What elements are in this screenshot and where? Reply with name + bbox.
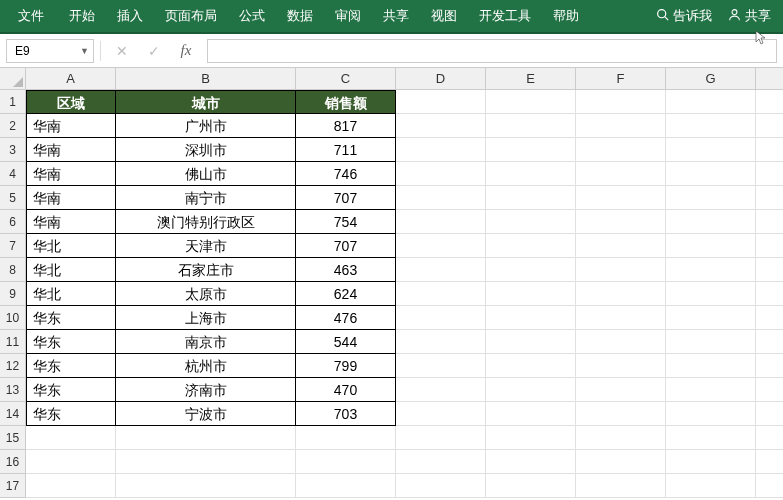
cell-C2[interactable]: 817 (296, 114, 396, 138)
cell-F3[interactable] (576, 138, 666, 162)
formula-input[interactable] (207, 39, 777, 63)
cell-F4[interactable] (576, 162, 666, 186)
cell-E6[interactable] (486, 210, 576, 234)
cell-C8[interactable]: 463 (296, 258, 396, 282)
cell-D9[interactable] (396, 282, 486, 306)
cell-B12[interactable]: 杭州市 (116, 354, 296, 378)
cell-C16[interactable] (296, 450, 396, 474)
cell-C3[interactable]: 711 (296, 138, 396, 162)
cell-rest-7[interactable] (756, 234, 783, 258)
cell-E4[interactable] (486, 162, 576, 186)
cell-A9[interactable]: 华北 (26, 282, 116, 306)
cell-rest-10[interactable] (756, 306, 783, 330)
cell-F7[interactable] (576, 234, 666, 258)
cell-rest-1[interactable] (756, 90, 783, 114)
share-button[interactable]: 共享 (720, 0, 779, 32)
cell-G13[interactable] (666, 378, 756, 402)
cell-rest-6[interactable] (756, 210, 783, 234)
cell-B4[interactable]: 佛山市 (116, 162, 296, 186)
row-header-13[interactable]: 13 (0, 378, 26, 402)
cell-B9[interactable]: 太原市 (116, 282, 296, 306)
cell-E9[interactable] (486, 282, 576, 306)
cell-G5[interactable] (666, 186, 756, 210)
row-header-16[interactable]: 16 (0, 450, 26, 474)
cell-E17[interactable] (486, 474, 576, 498)
cell-G1[interactable] (666, 90, 756, 114)
col-header-A[interactable]: A (26, 68, 116, 90)
cell-rest-13[interactable] (756, 378, 783, 402)
cell-G3[interactable] (666, 138, 756, 162)
row-header-9[interactable]: 9 (0, 282, 26, 306)
row-header-8[interactable]: 8 (0, 258, 26, 282)
ribbon-tab-7[interactable]: 共享 (372, 0, 420, 32)
ribbon-tab-9[interactable]: 开发工具 (468, 0, 542, 32)
cell-G12[interactable] (666, 354, 756, 378)
name-box[interactable]: E9 ▼ (6, 39, 94, 63)
cell-D3[interactable] (396, 138, 486, 162)
cell-A14[interactable]: 华东 (26, 402, 116, 426)
ribbon-tab-10[interactable]: 帮助 (542, 0, 590, 32)
cell-rest-17[interactable] (756, 474, 783, 498)
cell-E13[interactable] (486, 378, 576, 402)
cell-B1[interactable]: 城市 (116, 90, 296, 114)
cell-E16[interactable] (486, 450, 576, 474)
cell-C11[interactable]: 544 (296, 330, 396, 354)
cell-F16[interactable] (576, 450, 666, 474)
row-header-4[interactable]: 4 (0, 162, 26, 186)
row-header-12[interactable]: 12 (0, 354, 26, 378)
cell-E8[interactable] (486, 258, 576, 282)
cell-E7[interactable] (486, 234, 576, 258)
cell-E5[interactable] (486, 186, 576, 210)
cell-E10[interactable] (486, 306, 576, 330)
cell-B6[interactable]: 澳门特别行政区 (116, 210, 296, 234)
ribbon-tab-6[interactable]: 审阅 (324, 0, 372, 32)
cell-C6[interactable]: 754 (296, 210, 396, 234)
cell-F5[interactable] (576, 186, 666, 210)
cell-G4[interactable] (666, 162, 756, 186)
cell-D6[interactable] (396, 210, 486, 234)
cell-G10[interactable] (666, 306, 756, 330)
cell-F15[interactable] (576, 426, 666, 450)
cell-F11[interactable] (576, 330, 666, 354)
cell-D2[interactable] (396, 114, 486, 138)
ribbon-tab-3[interactable]: 页面布局 (154, 0, 228, 32)
cell-E14[interactable] (486, 402, 576, 426)
cell-E2[interactable] (486, 114, 576, 138)
cell-E15[interactable] (486, 426, 576, 450)
cell-rest-4[interactable] (756, 162, 783, 186)
cell-D8[interactable] (396, 258, 486, 282)
cell-D11[interactable] (396, 330, 486, 354)
col-header-D[interactable]: D (396, 68, 486, 90)
cell-G7[interactable] (666, 234, 756, 258)
cell-rest-11[interactable] (756, 330, 783, 354)
cell-B2[interactable]: 广州市 (116, 114, 296, 138)
row-header-5[interactable]: 5 (0, 186, 26, 210)
cell-G8[interactable] (666, 258, 756, 282)
cell-F10[interactable] (576, 306, 666, 330)
cell-B7[interactable]: 天津市 (116, 234, 296, 258)
cell-D7[interactable] (396, 234, 486, 258)
cell-C5[interactable]: 707 (296, 186, 396, 210)
cell-F17[interactable] (576, 474, 666, 498)
row-header-17[interactable]: 17 (0, 474, 26, 498)
cell-A16[interactable] (26, 450, 116, 474)
cell-D4[interactable] (396, 162, 486, 186)
cell-D16[interactable] (396, 450, 486, 474)
cell-A6[interactable]: 华南 (26, 210, 116, 234)
cell-D10[interactable] (396, 306, 486, 330)
cell-G15[interactable] (666, 426, 756, 450)
cell-rest-16[interactable] (756, 450, 783, 474)
cell-D14[interactable] (396, 402, 486, 426)
cell-C7[interactable]: 707 (296, 234, 396, 258)
cell-C15[interactable] (296, 426, 396, 450)
ribbon-tab-8[interactable]: 视图 (420, 0, 468, 32)
cell-B5[interactable]: 南宁市 (116, 186, 296, 210)
cell-B11[interactable]: 南京市 (116, 330, 296, 354)
cell-F9[interactable] (576, 282, 666, 306)
cell-rest-8[interactable] (756, 258, 783, 282)
cell-G17[interactable] (666, 474, 756, 498)
col-header-B[interactable]: B (116, 68, 296, 90)
cell-D1[interactable] (396, 90, 486, 114)
cell-E3[interactable] (486, 138, 576, 162)
col-header-E[interactable]: E (486, 68, 576, 90)
